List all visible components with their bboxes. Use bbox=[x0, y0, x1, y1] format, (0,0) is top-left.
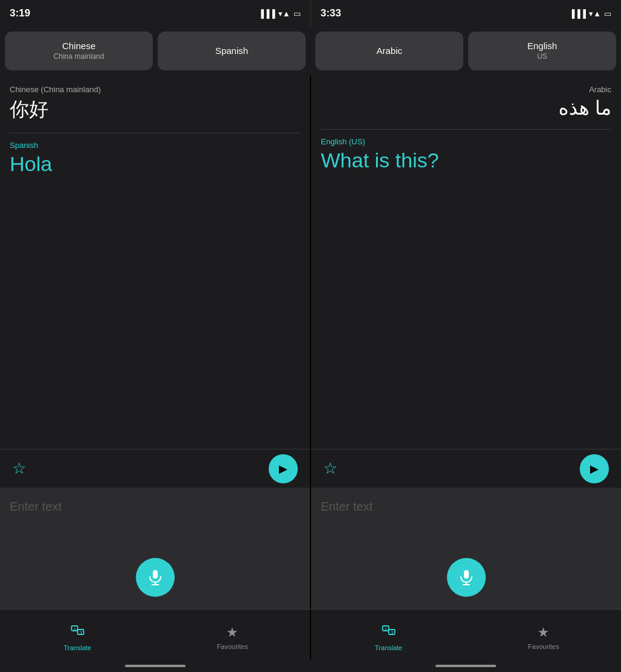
left-lang-btn-1[interactable]: Chinese China mainland bbox=[5, 32, 153, 70]
left-lang-buttons: Chinese China mainland Spanish bbox=[5, 32, 308, 70]
left-input-panel: Enter text bbox=[0, 488, 311, 609]
svg-text:文: 文 bbox=[391, 630, 394, 634]
right-tab-favourites-label: Favourites bbox=[528, 643, 559, 650]
left-lang-btn-1-main: Chinese bbox=[62, 40, 95, 52]
left-tab-favourites[interactable]: ★ Favourites bbox=[155, 610, 310, 660]
left-home-indicator bbox=[125, 665, 186, 667]
right-favourite-button[interactable]: ☆ bbox=[323, 459, 337, 478]
left-translate-icon: A 文 bbox=[70, 623, 85, 642]
left-source-text: 你好 bbox=[10, 96, 300, 123]
left-mic-button[interactable] bbox=[136, 558, 175, 597]
right-signal-icon: ▐▐▐ bbox=[569, 9, 586, 18]
right-lang-btn-2-sub: US bbox=[537, 52, 548, 62]
left-play-button[interactable]: ▶ bbox=[269, 454, 298, 483]
left-status-icons: ▐▐▐ ▾▲ ▭ bbox=[258, 9, 301, 18]
left-tab-half: A 文 Translate ★ Favourites bbox=[0, 610, 311, 660]
right-translate-icon: A 文 bbox=[381, 623, 396, 642]
left-status-bar: 3:19 ▐▐▐ ▾▲ ▭ bbox=[0, 0, 311, 27]
right-tab-half: A 文 Translate ★ Favourites bbox=[311, 610, 621, 660]
right-status-bar: 3:33 ▐▐▐ ▾▲ ▭ bbox=[311, 0, 622, 27]
left-panel-actions: ☆ ▶ bbox=[0, 449, 310, 488]
main-content-row: Chinese (China mainland) 你好 Spanish Hola… bbox=[0, 75, 621, 488]
left-lang-btn-2[interactable]: Spanish bbox=[158, 32, 306, 70]
right-lang-btn-1-main: Arabic bbox=[377, 45, 403, 57]
right-time: 3:33 bbox=[321, 7, 341, 19]
right-play-icon: ▶ bbox=[590, 462, 599, 475]
left-play-icon: ▶ bbox=[279, 462, 287, 475]
right-home-indicator bbox=[435, 665, 496, 667]
left-tab-translate[interactable]: A 文 Translate bbox=[0, 610, 155, 660]
right-top-row: Arabic ما هذه bbox=[321, 85, 611, 119]
svg-text:A: A bbox=[73, 627, 76, 631]
right-favourites-icon: ★ bbox=[537, 625, 549, 640]
wifi-icon: ▾▲ bbox=[278, 9, 290, 18]
svg-text:A: A bbox=[384, 627, 387, 631]
right-source-lang-label: Arabic bbox=[589, 85, 611, 94]
right-play-button[interactable]: ▶ bbox=[580, 454, 609, 483]
left-result-text: Hola bbox=[10, 152, 300, 176]
right-top-right: Arabic ما هذه bbox=[559, 85, 611, 119]
right-translation-panel: Arabic ما هذه English (US) What is this?… bbox=[311, 75, 621, 488]
right-result-lang-label: English (US) bbox=[321, 137, 611, 146]
left-translation-body: Chinese (China mainland) 你好 Spanish Hola bbox=[0, 75, 310, 449]
left-enter-text-label[interactable]: Enter text bbox=[10, 500, 300, 514]
right-battery-icon: ▭ bbox=[604, 9, 611, 18]
signal-icon: ▐▐▐ bbox=[258, 9, 275, 18]
status-bars-row: 3:19 ▐▐▐ ▾▲ ▭ 3:33 ▐▐▐ ▾▲ ▭ bbox=[0, 0, 621, 27]
left-tab-translate-label: Translate bbox=[64, 644, 91, 651]
right-lang-btn-2-main: English bbox=[527, 40, 557, 52]
right-wifi-icon: ▾▲ bbox=[589, 9, 601, 18]
right-tab-favourites[interactable]: ★ Favourites bbox=[466, 610, 622, 660]
svg-text:文: 文 bbox=[79, 630, 83, 634]
right-lang-btn-2[interactable]: English US bbox=[468, 32, 616, 70]
right-tab-translate[interactable]: A 文 Translate bbox=[311, 610, 466, 660]
left-lang-btn-2-main: Spanish bbox=[215, 45, 248, 57]
battery-icon: ▭ bbox=[294, 9, 301, 18]
right-star-icon: ☆ bbox=[323, 459, 337, 478]
right-lang-buttons: Arabic English US bbox=[313, 32, 616, 70]
right-mic-icon bbox=[457, 568, 475, 586]
left-tab-favourites-label: Favourites bbox=[217, 643, 248, 650]
right-translation-body: Arabic ما هذه English (US) What is this? bbox=[311, 75, 621, 449]
language-selector-row: Chinese China mainland Spanish Arabic En… bbox=[0, 27, 621, 75]
left-lang-btn-1-sub: China mainland bbox=[53, 52, 104, 62]
right-status-icons: ▐▐▐ ▾▲ ▭ bbox=[569, 9, 611, 18]
right-tab-translate-label: Translate bbox=[375, 644, 402, 651]
svg-rect-0 bbox=[153, 570, 158, 579]
left-star-icon: ☆ bbox=[12, 459, 26, 478]
left-favourites-icon: ★ bbox=[226, 625, 238, 640]
right-lang-btn-1[interactable]: Arabic bbox=[315, 32, 463, 70]
right-source-text: ما هذه bbox=[559, 96, 611, 119]
right-input-panel: Enter text bbox=[311, 488, 621, 609]
right-enter-text-label[interactable]: Enter text bbox=[321, 500, 611, 514]
right-result-text: What is this? bbox=[321, 149, 611, 172]
right-mic-button[interactable] bbox=[447, 558, 486, 597]
tab-bar-row: A 文 Translate ★ Favourites A 文 Transla bbox=[0, 609, 621, 660]
left-favourite-button[interactable]: ☆ bbox=[12, 459, 26, 478]
svg-rect-3 bbox=[464, 570, 469, 579]
left-time: 3:19 bbox=[10, 7, 30, 19]
left-result-lang-label: Spanish bbox=[10, 141, 300, 150]
bottom-input-row: Enter text Enter text bbox=[0, 488, 621, 609]
left-source-lang-label: Chinese (China mainland) bbox=[10, 85, 300, 94]
home-indicator-row bbox=[0, 660, 621, 672]
left-mic-icon bbox=[146, 568, 164, 586]
right-panel-actions: ☆ ▶ bbox=[311, 449, 621, 488]
left-translation-panel: Chinese (China mainland) 你好 Spanish Hola… bbox=[0, 75, 311, 488]
